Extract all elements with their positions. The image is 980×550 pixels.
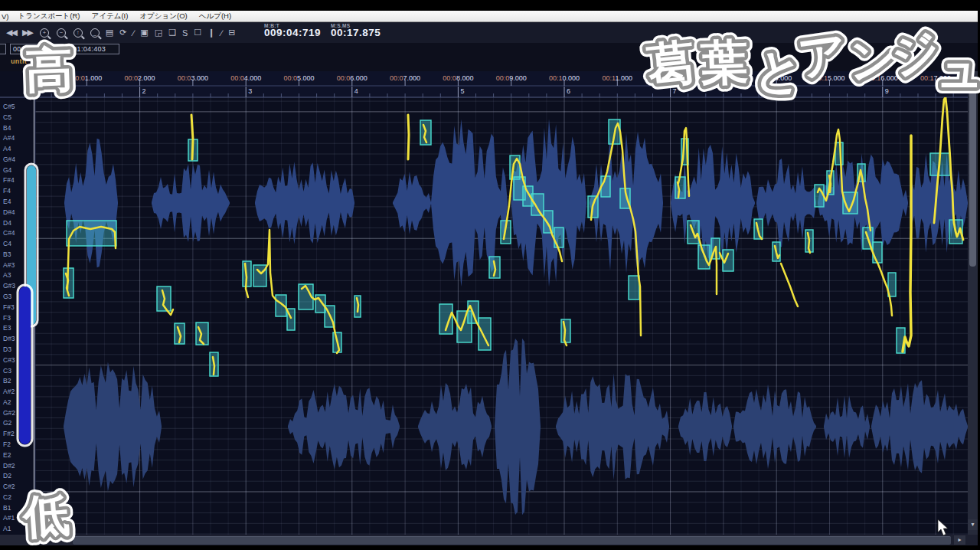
piano-note-label: D#3 — [3, 335, 15, 342]
piano-note-label: A1 — [3, 525, 11, 532]
time-label: 00:04.000 — [230, 74, 261, 82]
horizontal-scroll-track-left[interactable] — [0, 535, 73, 545]
piano-note-label: B4 — [3, 124, 11, 132]
bar-number: 8 — [779, 87, 782, 95]
bar-number: 7 — [673, 87, 677, 95]
piano-note-label: F3 — [3, 314, 11, 322]
note-box[interactable] — [315, 295, 325, 313]
time-label: 00:03.000 — [178, 74, 208, 82]
piano-note-label: E4 — [3, 198, 11, 205]
piano-note-label: C#4 — [3, 229, 15, 237]
piano-note-label: F4 — [3, 187, 11, 195]
time-label: 00:09.000 — [496, 74, 527, 82]
bar-number: 2 — [142, 87, 146, 95]
piano-note-label: G4 — [3, 166, 12, 174]
note-box[interactable] — [873, 242, 882, 263]
piano-note-label: D#2 — [3, 462, 15, 470]
piano-note-label: F#2 — [3, 430, 15, 437]
time-label: 00:06.000 — [337, 74, 368, 82]
time-label: 00:07.000 — [390, 74, 420, 82]
piano-note-label: E3 — [3, 324, 11, 332]
time-label: 00:11.000 — [603, 74, 632, 82]
piano-note-label: D2 — [3, 472, 11, 480]
pitch-curve[interactable] — [408, 115, 409, 159]
note-box[interactable] — [675, 177, 685, 198]
piano-note-label: G2 — [3, 419, 12, 427]
piano-note-label: C4 — [3, 240, 11, 247]
time-label: 00:12.000 — [655, 74, 686, 82]
vertical-scrollbar[interactable]: ▴ ▾ — [968, 71, 978, 535]
piano-note-label: C#3 — [3, 356, 15, 364]
piano-note-label: C3 — [3, 367, 11, 375]
bar-number: 9 — [885, 87, 889, 95]
piano-note-label: E2 — [3, 451, 11, 459]
note-box[interactable] — [835, 142, 843, 165]
time-label: 00:17.000 — [920, 74, 951, 82]
horizontal-scroll-thumb[interactable] — [73, 536, 951, 545]
time-label: 00:13.000 — [708, 74, 739, 82]
note-box[interactable] — [67, 221, 116, 246]
note-box[interactable] — [698, 245, 710, 269]
piano-note-label: C5 — [3, 113, 11, 121]
piano-note-label: A#3 — [3, 261, 15, 269]
time-label: 00:02.000 — [125, 74, 155, 82]
piano-note-label: G#3 — [3, 282, 15, 290]
piano-note-label: F#4 — [3, 176, 15, 184]
time-label: 00:08.000 — [443, 74, 473, 82]
piano-note-label: F#3 — [3, 303, 15, 311]
piano-note-label: A3 — [3, 271, 11, 279]
note-box[interactable] — [629, 276, 639, 300]
piano-note-label: B1 — [3, 504, 11, 512]
horizontal-scrollbar[interactable]: ▸ — [0, 535, 980, 545]
vertical-scroll-thumb[interactable] — [969, 86, 976, 267]
piano-note-label: B2 — [3, 377, 11, 385]
piano-note-label: A#2 — [3, 388, 15, 395]
note-box[interactable] — [253, 265, 266, 286]
time-label: 00:10.000 — [549, 74, 580, 82]
piano-note-label: B3 — [3, 250, 11, 258]
time-label: 00:01.000 — [71, 74, 102, 82]
piano-note-label: D#4 — [3, 208, 15, 216]
bar-number: 4 — [354, 87, 358, 95]
scroll-up-icon[interactable]: ▴ — [968, 71, 978, 82]
scroll-right-icon[interactable]: ▸ — [954, 535, 965, 545]
piano-note-label: A2 — [3, 398, 11, 406]
piano-note-label: C#5 — [3, 103, 15, 110]
piano-note-label: D3 — [3, 345, 11, 353]
scroll-down-icon[interactable]: ▾ — [968, 519, 978, 530]
piano-note-label: C2 — [3, 493, 11, 501]
time-label: 00:16.000 — [867, 74, 898, 82]
piano-note-label: G#2 — [3, 409, 15, 417]
piano-note-label: A#4 — [3, 134, 15, 142]
pitch-editor-canvas[interactable]: 00:01.00000:02.00000:03.00000:04.00000:0… — [0, 0, 980, 550]
time-label: 00:15.000 — [814, 74, 844, 82]
bar-number: 5 — [460, 87, 464, 95]
piano-note-label: A#1 — [3, 514, 15, 522]
time-label: 00:14.000 — [761, 74, 792, 82]
piano-note-label: G3 — [3, 293, 12, 300]
time-label: 00:05.000 — [283, 74, 314, 82]
piano-note-label: A4 — [3, 145, 11, 152]
note-box[interactable] — [531, 194, 544, 215]
pitch-editor-window: V)トランスポート(R)アイテム(I)オプション(O)ヘルプ(H) M:B:T … — [0, 0, 980, 550]
bar-number: 3 — [248, 87, 252, 95]
bar-number: 6 — [567, 87, 570, 95]
piano-note-label: C#2 — [3, 483, 15, 490]
piano-note-label: D4 — [3, 219, 11, 227]
piano-note-label: G#4 — [3, 156, 15, 163]
letterbox-bottom — [0, 545, 980, 550]
piano-note-label: F2 — [3, 440, 11, 448]
